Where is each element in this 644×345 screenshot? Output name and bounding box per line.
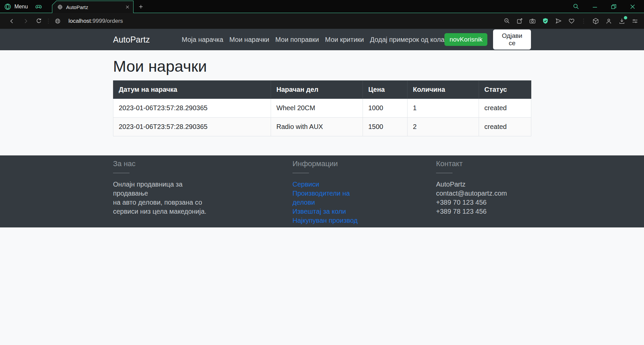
extensions-cube-icon[interactable] <box>592 17 599 25</box>
cell-order-date: 2023-01-06T23:57:28.290365 <box>113 99 271 118</box>
back-button-icon[interactable] <box>5 18 19 24</box>
footer-info-title: Информации <box>292 159 436 168</box>
nav-link-add-car-sample[interactable]: Додај примерок од кола <box>370 36 444 44</box>
download-notification-dot <box>624 16 627 19</box>
easy-setup-sliders-icon[interactable] <box>631 17 639 25</box>
snapshot-camera-icon[interactable] <box>529 17 536 24</box>
profile-person-icon[interactable] <box>605 17 612 25</box>
footer-divider <box>292 173 309 173</box>
site-navbar: AutoPartz Моја нарачка Мои нарачки Мои п… <box>0 29 644 50</box>
cell-status: created <box>479 118 531 136</box>
footer-contact-phone-2: +389 78 123 456 <box>436 207 531 216</box>
cell-ordered-part: Wheel 20CM <box>271 99 363 118</box>
nav-link-my-repairs[interactable]: Мои поправки <box>275 36 319 44</box>
footer-contact-phone-1: +389 70 123 456 <box>436 198 531 207</box>
url-text[interactable]: localhost:9999/orders <box>68 18 123 24</box>
site-brand[interactable]: AutoPartz <box>113 35 150 45</box>
window-minimize-icon[interactable] <box>592 3 598 10</box>
menu-label: Menu <box>14 4 28 10</box>
browser-menu-button[interactable]: Menu <box>0 0 33 13</box>
nav-link-my-order[interactable]: Моја нарачка <box>182 36 223 44</box>
footer-contact-name: AutoPartz <box>436 180 531 189</box>
nav-link-my-orders[interactable]: Мои нарачки <box>229 36 269 44</box>
tab-favicon-globe-icon <box>57 4 63 10</box>
plus-icon <box>138 4 144 9</box>
browser-address-bar: localhost:9999/orders <box>0 13 644 29</box>
footer-about-text: Онлајн продавница за продавање на авто д… <box>113 180 217 216</box>
site-nav-links: Моја нарачка Мои нарачки Мои поправки Мо… <box>182 36 444 44</box>
footer-about-title: За нас <box>113 159 292 168</box>
username-button[interactable]: novKorisnik <box>444 33 487 46</box>
tab-close-icon[interactable] <box>125 5 130 9</box>
header-quantity: Количина <box>408 81 479 99</box>
header-price: Цена <box>363 81 408 99</box>
footer-link-part-manufacturers[interactable]: Производители на делови <box>292 189 360 207</box>
cell-price: 1500 <box>363 118 408 136</box>
footer-contact-email: contact@autopartz.com <box>436 189 531 198</box>
footer-divider <box>436 173 452 173</box>
my-flow-send-icon[interactable] <box>555 17 562 25</box>
footer-link-services[interactable]: Сервиси <box>292 180 360 189</box>
nav-link-my-reviews[interactable]: Мои критики <box>325 36 364 44</box>
page-main: Мои нарачки Датум на нарачка Нарачан дел… <box>0 50 644 155</box>
browser-tab-autopartz[interactable]: AutoPartz <box>52 1 133 13</box>
site-info-globe-icon[interactable] <box>51 18 64 24</box>
header-order-date: Датум на нарачка <box>113 81 271 99</box>
orders-table: Датум на нарачка Нарачан дел Цена Количи… <box>113 80 531 136</box>
table-header-row: Датум на нарачка Нарачан дел Цена Количи… <box>113 81 531 99</box>
bookmarks-heart-icon[interactable] <box>568 17 575 25</box>
new-tab-button[interactable] <box>133 0 148 13</box>
cell-status: created <box>479 99 531 118</box>
browser-tab-strip: Menu AutoPartz <box>0 0 644 13</box>
footer-link-best-selling-product[interactable]: Најкупуван производ <box>292 216 360 225</box>
cell-order-date: 2023-01-06T23:57:28.290365 <box>113 118 271 136</box>
tab-title: AutoPartz <box>66 4 122 10</box>
gamepad-icon <box>35 3 43 11</box>
cell-quantity: 2 <box>408 118 479 136</box>
footer-link-car-report[interactable]: Извештај за коли <box>292 207 360 216</box>
browser-search-icon[interactable] <box>573 3 580 10</box>
page-title: Мои нарачки <box>113 50 531 76</box>
header-ordered-part: Нарачан дел <box>271 81 363 99</box>
forward-button-icon[interactable] <box>19 18 32 24</box>
opera-logo-icon <box>4 3 11 10</box>
toolbar-separator <box>48 19 49 23</box>
window-restore-icon[interactable] <box>610 3 617 10</box>
find-in-page-icon[interactable] <box>503 17 511 24</box>
adblock-shield-icon[interactable] <box>542 17 549 25</box>
reload-button-icon[interactable] <box>32 18 46 24</box>
header-status: Статус <box>479 81 531 99</box>
cell-price: 1000 <box>363 99 408 118</box>
logout-button[interactable]: Одјави се <box>493 29 531 50</box>
table-row: 2023-01-06T23:57:28.290365 Wheel 20CM 10… <box>113 99 531 118</box>
pinboard-icon[interactable] <box>516 17 523 24</box>
cell-ordered-part: Radio with AUX <box>271 118 363 136</box>
footer-divider <box>113 173 129 173</box>
gx-corner-button[interactable] <box>33 0 47 13</box>
footer-contact-title: Контакт <box>436 159 531 168</box>
toolbar-separator <box>583 19 584 23</box>
cell-quantity: 1 <box>408 99 479 118</box>
site-footer: За нас Онлајн продавница за продавање на… <box>0 155 644 227</box>
window-close-icon[interactable] <box>629 3 636 10</box>
downloads-icon[interactable] <box>618 17 626 25</box>
table-row: 2023-01-06T23:57:28.290365 Radio with AU… <box>113 118 531 136</box>
